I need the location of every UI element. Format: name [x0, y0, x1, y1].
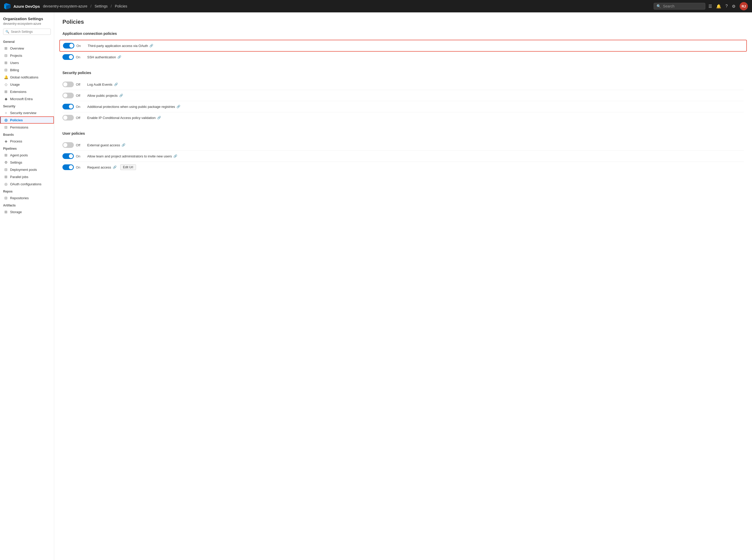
- search-icon: 🔍: [656, 4, 661, 8]
- toggle-thumb-ssh: [69, 55, 73, 59]
- process-icon: ◈: [4, 139, 8, 143]
- sidebar-item-policies[interactable]: ◎Policies: [0, 116, 54, 124]
- toggle-track-oauth[interactable]: [63, 43, 74, 48]
- policy-name-text-oauth: Third-party application access via OAuth: [88, 44, 148, 48]
- policy-link-icon-invite-users[interactable]: 🔗: [174, 154, 177, 158]
- sidebar-search-box[interactable]: 🔍: [3, 29, 51, 35]
- topnav-sep1: /: [90, 4, 92, 8]
- policy-link-icon-log-audit[interactable]: 🔗: [114, 83, 118, 86]
- list-icon[interactable]: ☰: [708, 4, 712, 9]
- policy-link-icon-ssh[interactable]: 🔗: [117, 55, 121, 59]
- user-avatar[interactable]: RJ: [739, 2, 748, 10]
- toggle-thumb-ip-conditional: [63, 116, 67, 120]
- toggle-track-request-access[interactable]: [62, 164, 74, 170]
- toggle-track-invite-users[interactable]: [62, 153, 74, 159]
- sidebar-item-agent-pools[interactable]: ⊞Agent pools: [0, 152, 54, 159]
- policy-link-icon-ip-conditional[interactable]: 🔗: [157, 116, 161, 119]
- search-box[interactable]: 🔍: [654, 3, 705, 9]
- bell-icon[interactable]: 🔔: [716, 4, 721, 9]
- permissions-label: Permissions: [10, 125, 28, 129]
- extensions-icon: ⊞: [4, 89, 8, 94]
- edit-url-button-request-access[interactable]: Edit Url: [120, 164, 136, 170]
- toggle-wrap-public-projects[interactable]: Off: [62, 93, 83, 98]
- azure-devops-logo[interactable]: Azure DevOps: [4, 3, 40, 10]
- layout: Organization Settings devsentry-ecosyste…: [0, 13, 752, 560]
- toggle-label-oauth: On: [76, 44, 82, 48]
- sidebar-item-extensions[interactable]: ⊞Extensions: [0, 88, 54, 95]
- sidebar-item-security-overview[interactable]: ○Security overview: [0, 109, 54, 116]
- policy-link-icon-guest-access[interactable]: 🔗: [122, 143, 125, 147]
- sidebar-item-billing[interactable]: ⊟Billing: [0, 66, 54, 74]
- usage-label: Usage: [10, 83, 20, 86]
- sidebar: Organization Settings devsentry-ecosyste…: [0, 13, 54, 560]
- sidebar-item-process[interactable]: ◈Process: [0, 138, 54, 145]
- toggle-public-projects[interactable]: [62, 93, 74, 98]
- sidebar-search-input[interactable]: [11, 30, 48, 34]
- billing-label: Billing: [10, 68, 19, 72]
- toggle-wrap-log-audit[interactable]: Off: [62, 82, 83, 87]
- toggle-wrap-package-registries[interactable]: On: [62, 104, 83, 109]
- toggle-ip-conditional[interactable]: [62, 115, 74, 121]
- sidebar-item-projects[interactable]: ⊟Projects: [0, 52, 54, 59]
- topnav-settings-link[interactable]: Settings: [95, 4, 108, 8]
- toggle-ssh[interactable]: [62, 54, 74, 60]
- toggle-label-request-access: On: [76, 165, 82, 169]
- toggle-wrap-ip-conditional[interactable]: Off: [62, 115, 83, 121]
- sidebar-search-icon: 🔍: [5, 30, 9, 34]
- sidebar-item-deployment-pools[interactable]: ⊟Deployment pools: [0, 166, 54, 173]
- toggle-track-package-registries[interactable]: [62, 104, 74, 109]
- sidebar-item-oauth-configs[interactable]: ◎OAuth configurations: [0, 180, 54, 187]
- toggle-wrap-invite-users[interactable]: On: [62, 153, 83, 159]
- sidebar-item-repositories[interactable]: ⊟Repositories: [0, 194, 54, 202]
- sidebar-item-global-notifications[interactable]: 🔔Global notifications: [0, 74, 54, 81]
- sidebar-item-storage[interactable]: ⊞Storage: [0, 208, 54, 216]
- toggle-track-guest-access[interactable]: [62, 142, 74, 148]
- toggle-request-access[interactable]: [62, 164, 74, 170]
- sidebar-item-users[interactable]: ⊞Users: [0, 59, 54, 66]
- page-title: Policies: [62, 19, 744, 25]
- toggle-wrap-guest-access[interactable]: Off: [62, 142, 83, 148]
- sidebar-item-parallel-jobs[interactable]: ⊞Parallel jobs: [0, 173, 54, 180]
- policy-link-icon-request-access[interactable]: 🔗: [113, 165, 117, 169]
- toggle-track-public-projects[interactable]: [62, 93, 74, 98]
- global-notifications-label: Global notifications: [10, 75, 38, 79]
- policy-name-text-ssh: SSH authentication: [87, 55, 116, 59]
- users-label: Users: [10, 61, 19, 65]
- topnav-org: devsentry-ecosystem-azure: [43, 4, 87, 8]
- help-icon[interactable]: ?: [726, 4, 728, 8]
- toggle-guest-access[interactable]: [62, 142, 74, 148]
- sidebar-item-microsoft-entra[interactable]: ◆Microsoft Entra: [0, 95, 54, 102]
- sidebar-section-repos: Repos: [0, 187, 54, 194]
- toggle-wrap-ssh[interactable]: On: [62, 54, 83, 60]
- topnav-current-link[interactable]: Policies: [115, 4, 127, 8]
- toggle-wrap-request-access[interactable]: On: [62, 164, 83, 170]
- policy-link-icon-oauth[interactable]: 🔗: [149, 44, 153, 47]
- sidebar-section-pipelines: Pipelines: [0, 145, 54, 152]
- toggle-package-registries[interactable]: [62, 104, 74, 109]
- sidebar-item-permissions[interactable]: ⊟Permissions: [0, 124, 54, 131]
- storage-icon: ⊞: [4, 210, 8, 214]
- toggle-track-ssh[interactable]: [62, 54, 74, 60]
- policy-name-text-log-audit: Log Audit Events: [87, 83, 113, 86]
- policy-link-icon-package-registries[interactable]: 🔗: [177, 105, 180, 108]
- policy-name-text-package-registries: Additional protections when using public…: [87, 105, 175, 109]
- policy-row-request-access: OnRequest access🔗Edit Url: [62, 162, 744, 173]
- toggle-log-audit[interactable]: [62, 82, 74, 87]
- policy-row-package-registries: OnAdditional protections when using publ…: [62, 101, 744, 112]
- toggle-invite-users[interactable]: [62, 153, 74, 159]
- toggle-track-ip-conditional[interactable]: [62, 115, 74, 121]
- search-input[interactable]: [663, 4, 703, 8]
- policy-name-text-guest-access: External guest access: [87, 143, 120, 147]
- toggle-wrap-oauth[interactable]: On: [63, 43, 84, 48]
- sidebar-item-settings-pip[interactable]: ⚙Settings: [0, 159, 54, 166]
- toggle-oauth[interactable]: [63, 43, 74, 48]
- sidebar-item-usage[interactable]: ◇Usage: [0, 81, 54, 88]
- toggle-track-log-audit[interactable]: [62, 82, 74, 87]
- sidebar-item-overview[interactable]: ⊞Overview: [0, 45, 54, 52]
- policy-row-invite-users: OnAllow team and project administrators …: [62, 151, 744, 162]
- toggle-thumb-log-audit: [63, 82, 67, 86]
- settings-icon[interactable]: ⚙: [732, 4, 735, 9]
- topnav-sep2: /: [111, 4, 112, 8]
- policy-name-text-public-projects: Allow public projects: [87, 94, 118, 98]
- policy-link-icon-public-projects[interactable]: 🔗: [119, 94, 123, 97]
